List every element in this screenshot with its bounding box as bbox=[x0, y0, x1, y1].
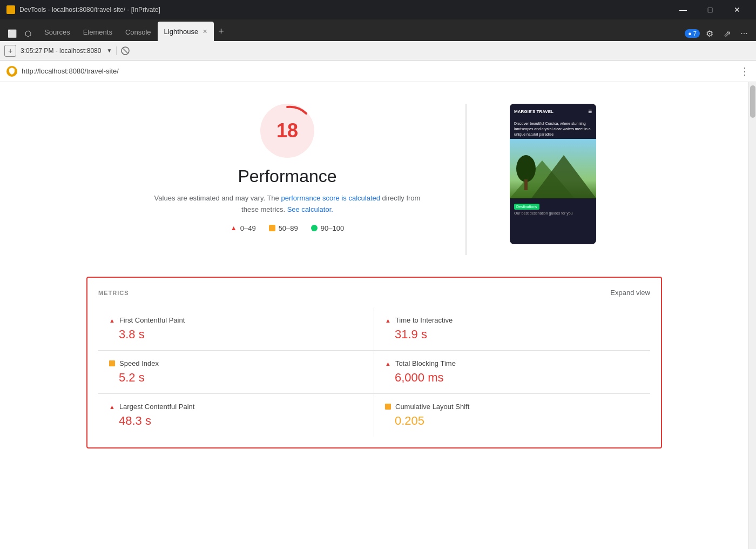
scrollbar[interactable] bbox=[748, 82, 756, 549]
device-toolbar-icon[interactable]: ⬜ bbox=[4, 26, 19, 41]
tbt-label: Total Blocking Time bbox=[395, 359, 456, 367]
tab-sources[interactable]: Sources bbox=[38, 23, 77, 41]
main-content: 18 Performance Values are estimated and … bbox=[0, 82, 756, 549]
toolbar-divider bbox=[116, 46, 117, 55]
close-button[interactable]: ✕ bbox=[725, 0, 750, 19]
good-range: 90–100 bbox=[321, 224, 344, 232]
tab-console[interactable]: Console bbox=[119, 23, 158, 41]
si-value: 5.2 s bbox=[109, 371, 363, 385]
fcp-value: 3.8 s bbox=[109, 327, 363, 342]
phone-hero-text: Discover beautiful Corsica, where stunni… bbox=[510, 119, 596, 139]
si-icon bbox=[109, 360, 115, 366]
cls-label: Cumulative Layout Shift bbox=[395, 403, 469, 411]
phone-bottom: Destinations Our best destination guides… bbox=[510, 198, 596, 217]
metric-tbt: ▲ Total Blocking Time 6,000 ms bbox=[374, 351, 650, 394]
cls-icon bbox=[385, 404, 391, 410]
poor-range: 0–49 bbox=[240, 224, 256, 232]
phone-menu-icon: ≡ bbox=[588, 108, 592, 115]
lcp-label: Largest Contentful Paint bbox=[119, 403, 194, 411]
new-tab-button[interactable]: + bbox=[214, 26, 228, 37]
lcp-value: 48.3 s bbox=[109, 414, 363, 428]
tab-close-icon[interactable]: ✕ bbox=[202, 28, 207, 35]
devtools-icon bbox=[6, 5, 15, 14]
performance-section: 18 Performance Values are estimated and … bbox=[0, 93, 748, 266]
svg-rect-7 bbox=[524, 179, 528, 190]
tti-label: Time to Interactive bbox=[395, 316, 453, 324]
cls-value: 0.205 bbox=[385, 414, 639, 428]
tab-lighthouse[interactable]: Lighthouse ✕ bbox=[158, 22, 214, 41]
tab-bar-left-icons: ⬜ ⬡ bbox=[4, 26, 36, 41]
tbt-icon: ▲ bbox=[385, 360, 391, 367]
performance-title: Performance bbox=[238, 166, 336, 186]
metric-cls: Cumulative Layout Shift 0.205 bbox=[374, 394, 650, 437]
metrics-header: METRICS Expand view bbox=[98, 289, 650, 297]
perf-right: MARGIE'S TRAVEL ≡ Discover beautiful Cor… bbox=[510, 104, 596, 244]
metric-lcp: ▲ Largest Contentful Paint 48.3 s bbox=[98, 394, 374, 437]
expand-view-button[interactable]: Expand view bbox=[610, 289, 650, 297]
average-range: 50–89 bbox=[279, 224, 298, 232]
lcp-icon: ▲ bbox=[109, 404, 115, 410]
tabs-container: Sources Elements Console Lighthouse ✕ + bbox=[38, 22, 685, 41]
share-icon[interactable]: ⇗ bbox=[719, 26, 734, 41]
toolbar: + 3:05:27 PM - localhost:8080 ▼ bbox=[0, 41, 756, 61]
si-label: Speed Index bbox=[119, 359, 159, 367]
toolbar-dropdown-arrow[interactable]: ▼ bbox=[106, 48, 112, 53]
score-circle: 18 bbox=[260, 104, 314, 158]
score-legend: ▲ 0–49 50–89 90–100 bbox=[231, 224, 344, 232]
legend-poor: ▲ 0–49 bbox=[231, 224, 256, 232]
metric-si: Speed Index 5.2 s bbox=[98, 351, 374, 394]
title-bar: DevTools - localhost:8080/travel-site/ -… bbox=[0, 0, 756, 19]
notification-badge[interactable]: ● 7 bbox=[685, 29, 700, 38]
good-icon bbox=[311, 225, 318, 231]
performance-score: 18 bbox=[276, 119, 298, 142]
scrollbar-thumb[interactable] bbox=[750, 85, 755, 118]
phone-image bbox=[510, 139, 596, 198]
tbt-value: 6,000 ms bbox=[385, 371, 639, 385]
window-controls: — □ ✕ bbox=[671, 0, 750, 19]
url-bar: http://localhost:8080/travel-site/ ⋮ bbox=[0, 61, 756, 82]
svg-point-6 bbox=[516, 155, 536, 182]
window-title: DevTools - localhost:8080/travel-site/ -… bbox=[19, 6, 671, 14]
tti-value: 31.9 s bbox=[385, 327, 639, 342]
more-icon[interactable]: ··· bbox=[737, 26, 752, 41]
url-more-icon[interactable]: ⋮ bbox=[740, 65, 750, 77]
metric-fcp: ▲ First Contentful Paint 3.8 s bbox=[98, 307, 374, 351]
metric-tti: ▲ Time to Interactive 31.9 s bbox=[374, 307, 650, 351]
section-divider bbox=[465, 104, 467, 255]
metrics-grid: ▲ First Contentful Paint 3.8 s ▲ Time to… bbox=[98, 307, 650, 437]
tti-icon: ▲ bbox=[385, 317, 391, 324]
content-area: 18 Performance Values are estimated and … bbox=[0, 82, 748, 549]
phone-brand: MARGIE'S TRAVEL bbox=[514, 109, 554, 114]
toolbar-stop-icon[interactable] bbox=[121, 46, 130, 55]
maximize-button[interactable]: □ bbox=[698, 0, 723, 19]
legend-good: 90–100 bbox=[311, 224, 344, 232]
poor-icon: ▲ bbox=[231, 224, 237, 232]
fcp-icon: ▲ bbox=[109, 317, 115, 324]
metrics-section: METRICS Expand view ▲ First Contentful P… bbox=[86, 277, 662, 448]
perf-left: 18 Performance Values are estimated and … bbox=[152, 104, 422, 232]
performance-description: Values are estimated and may vary. The p… bbox=[152, 193, 422, 216]
phone-dest-badge: Destinations bbox=[514, 204, 539, 210]
tab-elements[interactable]: Elements bbox=[77, 23, 119, 41]
new-tab-toolbar-button[interactable]: + bbox=[4, 45, 16, 57]
legend-average: 50–89 bbox=[269, 224, 298, 232]
tab-bar-right: ● 7 ⚙ ⇗ ··· bbox=[685, 26, 752, 41]
perf-score-link[interactable]: performance score is calculated bbox=[281, 194, 380, 202]
phone-bottom-text: Our best destination guides for you bbox=[514, 211, 592, 215]
svg-line-1 bbox=[123, 49, 127, 53]
url-text[interactable]: http://localhost:8080/travel-site/ bbox=[22, 67, 735, 75]
phone-preview: MARGIE'S TRAVEL ≡ Discover beautiful Cor… bbox=[510, 104, 596, 244]
url-security-icon bbox=[6, 66, 17, 77]
inspect-icon[interactable]: ⬡ bbox=[21, 26, 36, 41]
calculator-link[interactable]: See calculator. bbox=[287, 205, 333, 213]
minimize-button[interactable]: — bbox=[671, 0, 696, 19]
toolbar-time: 3:05:27 PM - localhost:8080 bbox=[21, 47, 101, 55]
average-icon bbox=[269, 225, 275, 231]
fcp-label: First Contentful Paint bbox=[119, 316, 185, 324]
tab-bar: ⬜ ⬡ Sources Elements Console Lighthouse … bbox=[0, 19, 756, 41]
settings-icon[interactable]: ⚙ bbox=[702, 26, 717, 41]
metrics-title: METRICS bbox=[98, 290, 129, 296]
phone-header: MARGIE'S TRAVEL ≡ bbox=[510, 104, 596, 119]
